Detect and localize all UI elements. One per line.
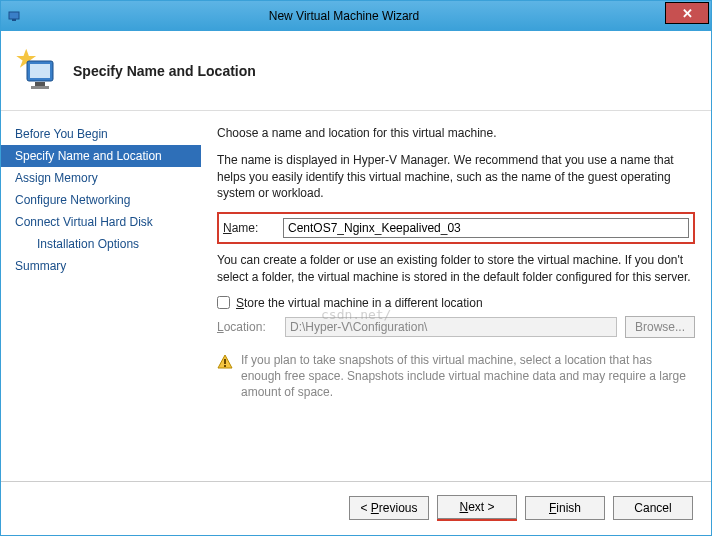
- step-before-you-begin[interactable]: Before You Begin: [1, 123, 201, 145]
- step-summary[interactable]: Summary: [1, 255, 201, 277]
- finish-button[interactable]: Finish: [525, 496, 605, 520]
- store-checkbox-label: Store the virtual machine in a different…: [236, 296, 483, 310]
- wizard-body: Before You Begin Specify Name and Locati…: [1, 111, 711, 481]
- svg-rect-4: [30, 64, 50, 78]
- close-button[interactable]: ✕: [665, 2, 709, 24]
- snapshot-info-text: If you plan to take snapshots of this vi…: [241, 352, 695, 401]
- step-installation-options[interactable]: Installation Options: [1, 233, 201, 255]
- page-title: Specify Name and Location: [73, 63, 256, 79]
- svg-rect-1: [12, 19, 16, 21]
- snapshot-info: If you plan to take snapshots of this vi…: [217, 352, 695, 401]
- next-button[interactable]: Next >: [437, 495, 517, 519]
- desc-text: The name is displayed in Hyper-V Manager…: [217, 152, 695, 202]
- wizard-header: Specify Name and Location: [1, 31, 711, 111]
- name-label: Name:: [223, 221, 283, 235]
- step-connect-vhd[interactable]: Connect Virtual Hard Disk: [1, 211, 201, 233]
- svg-rect-6: [31, 86, 49, 89]
- browse-button: Browse...: [625, 316, 695, 338]
- svg-rect-0: [9, 12, 19, 19]
- intro-text: Choose a name and location for this virt…: [217, 125, 695, 142]
- wizard-steps: Before You Begin Specify Name and Locati…: [1, 111, 201, 481]
- wizard-footer: < Previous Next > Finish Cancel: [1, 481, 711, 533]
- svg-rect-5: [35, 82, 45, 86]
- location-label: Location:: [217, 320, 277, 334]
- store-different-location-checkbox[interactable]: [217, 296, 230, 309]
- app-icon: [7, 8, 23, 24]
- cancel-button[interactable]: Cancel: [613, 496, 693, 520]
- step-specify-name-location[interactable]: Specify Name and Location: [1, 145, 201, 167]
- wizard-window: New Virtual Machine Wizard ✕ Specify Nam…: [0, 0, 712, 536]
- name-input[interactable]: [283, 218, 689, 238]
- wizard-content: Choose a name and location for this virt…: [201, 111, 711, 481]
- previous-button[interactable]: < Previous: [349, 496, 429, 520]
- step-configure-networking[interactable]: Configure Networking: [1, 189, 201, 211]
- location-input: [285, 317, 617, 337]
- warning-icon: [217, 354, 233, 370]
- wizard-header-icon: [13, 47, 61, 95]
- titlebar: New Virtual Machine Wizard ✕: [1, 1, 711, 31]
- svg-rect-8: [224, 359, 226, 364]
- folder-desc: You can create a folder or use an existi…: [217, 252, 695, 286]
- store-location-row: Store the virtual machine in a different…: [217, 296, 695, 310]
- window-title: New Virtual Machine Wizard: [23, 9, 665, 23]
- step-assign-memory[interactable]: Assign Memory: [1, 167, 201, 189]
- location-row: Location: Browse...: [217, 316, 695, 338]
- svg-rect-9: [224, 365, 226, 367]
- name-field-row: Name:: [217, 212, 695, 244]
